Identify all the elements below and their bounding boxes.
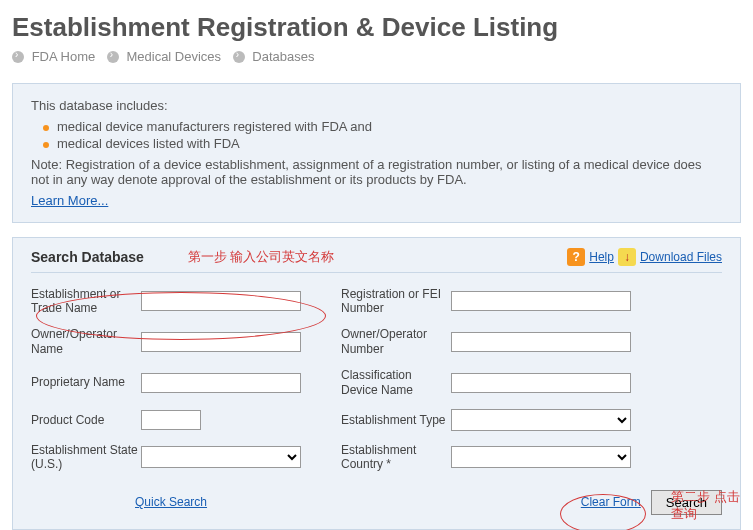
info-panel: This database includes: medical device m… <box>12 83 741 223</box>
annotation-step2: 第二步 点击查询 <box>671 489 745 523</box>
label-reg-fei: Registration or FEI Number <box>341 287 451 316</box>
chevron-icon <box>233 51 245 63</box>
quick-search-link[interactable]: Quick Search <box>135 495 207 509</box>
label-class-device: Classification Device Name <box>341 368 451 397</box>
help-link[interactable]: Help <box>589 250 614 264</box>
info-bullet: medical devices listed with FDA <box>57 136 722 151</box>
help-icon: ? <box>567 248 585 266</box>
select-est-type[interactable] <box>451 409 631 431</box>
input-owner-number[interactable] <box>451 332 631 352</box>
label-est-state: Establishment State (U.S.) <box>31 443 141 472</box>
learn-more-link[interactable]: Learn More... <box>31 193 108 208</box>
breadcrumb: FDA Home Medical Devices Databases <box>12 49 741 65</box>
select-est-country[interactable] <box>451 446 631 468</box>
label-est-country: Establishment Country * <box>341 443 451 472</box>
label-proprietary: Proprietary Name <box>31 375 141 389</box>
search-header: Search Database 第一步 输入公司英文名称 ? Help ↓ Do… <box>31 248 722 273</box>
info-intro: This database includes: <box>31 98 722 113</box>
clear-form-link[interactable]: Clear Form <box>581 495 641 509</box>
page-title: Establishment Registration & Device List… <box>12 12 741 43</box>
label-product-code: Product Code <box>31 413 141 427</box>
annotation-step1: 第一步 输入公司英文名称 <box>188 248 335 266</box>
label-est-type: Establishment Type <box>341 413 451 427</box>
breadcrumb-item[interactable]: FDA Home <box>32 49 96 64</box>
search-form: Establishment or Trade Name Registration… <box>31 287 722 472</box>
download-icon: ↓ <box>618 248 636 266</box>
input-proprietary[interactable] <box>141 373 301 393</box>
input-product-code[interactable] <box>141 410 201 430</box>
info-note: Note: Registration of a device establish… <box>31 157 722 187</box>
select-est-state[interactable] <box>141 446 301 468</box>
breadcrumb-item[interactable]: Databases <box>252 49 314 64</box>
input-est-trade-name[interactable] <box>141 291 301 311</box>
download-link[interactable]: Download Files <box>640 250 722 264</box>
label-owner-name: Owner/Operator Name <box>31 327 141 356</box>
breadcrumb-item[interactable]: Medical Devices <box>126 49 221 64</box>
info-bullet: medical device manufacturers registered … <box>57 119 722 134</box>
label-est-trade-name: Establishment or Trade Name <box>31 287 141 316</box>
search-panel: Search Database 第一步 输入公司英文名称 ? Help ↓ Do… <box>12 237 741 530</box>
page-root: Establishment Registration & Device List… <box>12 12 741 530</box>
search-title: Search Database <box>31 249 144 265</box>
label-owner-number: Owner/Operator Number <box>341 327 451 356</box>
chevron-icon <box>107 51 119 63</box>
input-class-device[interactable] <box>451 373 631 393</box>
chevron-icon <box>12 51 24 63</box>
input-owner-name[interactable] <box>141 332 301 352</box>
form-footer: Quick Search Clear Form Search <box>31 490 722 515</box>
input-reg-fei[interactable] <box>451 291 631 311</box>
